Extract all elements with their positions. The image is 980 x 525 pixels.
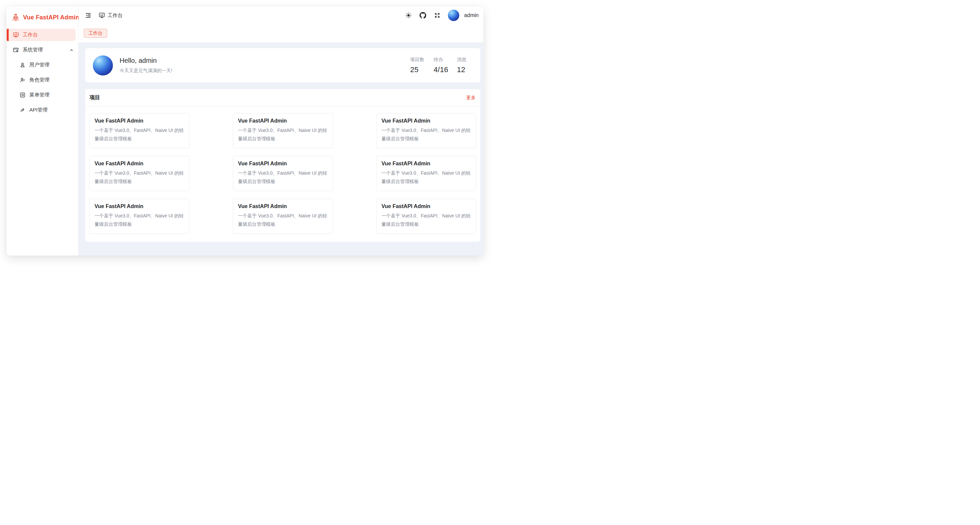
workbench-icon <box>12 32 19 38</box>
project-card[interactable]: Vue FastAPI Admin 一个基于 Vue3.0、FastAPI、Na… <box>376 113 476 148</box>
projects-header: 项目 更多 <box>85 89 480 107</box>
project-card[interactable]: Vue FastAPI Admin 一个基于 Vue3.0、FastAPI、Na… <box>89 156 189 191</box>
stat-messages: 消息 12 <box>457 57 472 74</box>
project-description: 一个基于 Vue3.0、FastAPI、Naive UI 的轻量级后台管理模板 <box>238 169 328 186</box>
greeting: Hello, admin <box>119 57 172 64</box>
project-card[interactable]: Vue FastAPI Admin 一个基于 Vue3.0、FastAPI、Na… <box>376 199 476 234</box>
projects-grid: Vue FastAPI Admin 一个基于 Vue3.0、FastAPI、Na… <box>85 107 480 242</box>
more-link[interactable]: 更多 <box>466 95 476 101</box>
project-card[interactable]: Vue FastAPI Admin 一个基于 Vue3.0、FastAPI、Na… <box>89 199 189 234</box>
user-avatar <box>93 56 113 75</box>
main-area: 工作台 <box>78 7 483 256</box>
stat-value: 12 <box>457 65 472 74</box>
workbench-icon <box>99 12 105 19</box>
sidebar-item-label: 角色管理 <box>29 77 74 83</box>
project-title: Vue FastAPI Admin <box>94 118 184 124</box>
project-card[interactable]: Vue FastAPI Admin 一个基于 Vue3.0、FastAPI、Na… <box>233 199 333 234</box>
logo-chicken-icon <box>11 13 20 22</box>
breadcrumb-label: 工作台 <box>108 12 123 19</box>
sidebar-item-api-management[interactable]: API管理 <box>7 104 78 116</box>
project-title: Vue FastAPI Admin <box>238 118 328 124</box>
project-description: 一个基于 Vue3.0、FastAPI、Naive UI 的轻量级后台管理模板 <box>94 126 184 143</box>
project-card[interactable]: Vue FastAPI Admin 一个基于 Vue3.0、FastAPI、Na… <box>233 113 333 148</box>
project-title: Vue FastAPI Admin <box>94 161 184 167</box>
api-plug-icon <box>19 107 26 113</box>
menu-list-icon <box>19 92 26 99</box>
welcome-card: Hello, admin 今天又是元气满满的一天! 项目数 25 待办 4/16… <box>85 48 480 83</box>
github-icon[interactable] <box>419 12 426 19</box>
stat-value: 4/16 <box>434 65 448 74</box>
role-icon <box>19 77 26 83</box>
sidebar-item-workbench[interactable]: 工作台 <box>7 29 75 41</box>
project-title: Vue FastAPI Admin <box>382 204 471 209</box>
topbar: 工作台 <box>78 7 483 24</box>
projects-title: 项目 <box>89 94 100 101</box>
project-card[interactable]: Vue FastAPI Admin 一个基于 Vue3.0、FastAPI、Na… <box>233 156 333 191</box>
project-title: Vue FastAPI Admin <box>382 118 471 124</box>
stat-label: 项目数 <box>410 57 425 63</box>
project-card[interactable]: Vue FastAPI Admin 一个基于 Vue3.0、FastAPI、Na… <box>89 113 189 148</box>
user-icon <box>19 62 26 68</box>
stat-projects: 项目数 25 <box>410 57 425 74</box>
project-description: 一个基于 Vue3.0、FastAPI、Naive UI 的轻量级后台管理模板 <box>382 169 471 186</box>
sidebar-item-label: 菜单管理 <box>29 92 74 98</box>
app-window: Vue FastAPI Admin 工作台 <box>7 7 483 256</box>
project-description: 一个基于 Vue3.0、FastAPI、Naive UI 的轻量级后台管理模板 <box>94 212 184 228</box>
stats: 项目数 25 待办 4/16 消息 12 <box>410 57 472 74</box>
stat-todo: 待办 4/16 <box>434 57 448 74</box>
username[interactable]: admin <box>464 12 479 18</box>
welcome-text: Hello, admin 今天又是元气满满的一天! <box>119 57 172 74</box>
sidebar-item-role-management[interactable]: 角色管理 <box>7 74 78 86</box>
chevron-up-icon <box>69 48 74 53</box>
project-title: Vue FastAPI Admin <box>238 204 328 209</box>
sidebar-item-label: 工作台 <box>23 32 72 38</box>
topbar-actions: admin <box>405 10 479 21</box>
project-description: 一个基于 Vue3.0、FastAPI、Naive UI 的轻量级后台管理模板 <box>238 212 328 228</box>
breadcrumb[interactable]: 工作台 <box>99 12 123 19</box>
project-description: 一个基于 Vue3.0、FastAPI、Naive UI 的轻量级后台管理模板 <box>382 126 471 143</box>
stat-label: 消息 <box>457 57 472 63</box>
projects-panel: 项目 更多 Vue FastAPI Admin 一个基于 Vue3.0、Fast… <box>85 89 480 242</box>
sidebar-menu: 工作台 系统管理 <box>7 28 78 119</box>
project-description: 一个基于 Vue3.0、FastAPI、Naive UI 的轻量级后台管理模板 <box>238 126 328 143</box>
system-settings-icon <box>12 47 19 53</box>
sidebar-item-label: 系统管理 <box>23 47 65 53</box>
fullscreen-icon[interactable] <box>434 12 441 19</box>
project-description: 一个基于 Vue3.0、FastAPI、Naive UI 的轻量级后台管理模板 <box>94 169 184 186</box>
project-title: Vue FastAPI Admin <box>382 161 471 167</box>
logo[interactable]: Vue FastAPI Admin <box>7 7 78 28</box>
stat-value: 25 <box>410 65 425 74</box>
project-title: Vue FastAPI Admin <box>238 161 328 167</box>
sidebar-item-label: 用户管理 <box>29 62 74 68</box>
theme-sun-icon[interactable] <box>405 12 412 19</box>
sidebar: Vue FastAPI Admin 工作台 <box>7 7 78 256</box>
sidebar-item-label: API管理 <box>29 107 74 113</box>
sidebar-item-menu-management[interactable]: 菜单管理 <box>7 89 78 101</box>
sidebar-item-system[interactable]: 系统管理 <box>7 44 78 56</box>
project-description: 一个基于 Vue3.0、FastAPI、Naive UI 的轻量级后台管理模板 <box>382 212 471 228</box>
sidebar-item-user-management[interactable]: 用户管理 <box>7 59 78 71</box>
tab-workbench[interactable]: 工作台 <box>84 29 107 38</box>
stat-label: 待办 <box>434 57 448 63</box>
project-card[interactable]: Vue FastAPI Admin 一个基于 Vue3.0、FastAPI、Na… <box>376 156 476 191</box>
avatar[interactable] <box>448 10 459 21</box>
tabbar: 工作台 <box>78 24 483 42</box>
content: Hello, admin 今天又是元气满满的一天! 项目数 25 待办 4/16… <box>78 42 483 256</box>
project-title: Vue FastAPI Admin <box>94 204 184 209</box>
greeting-message: 今天又是元气满满的一天! <box>119 68 172 74</box>
collapse-sidebar-icon[interactable] <box>84 12 92 19</box>
app-title: Vue FastAPI Admin <box>23 14 79 21</box>
